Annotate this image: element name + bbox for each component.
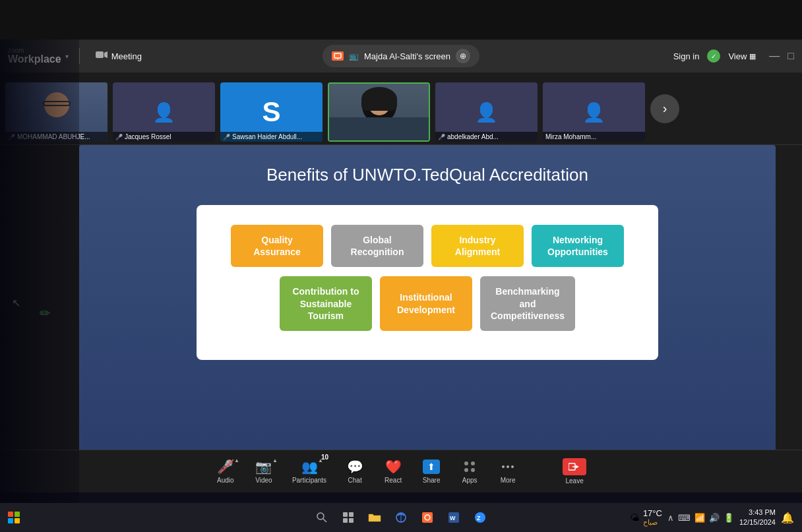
slide-white-box: QualityAssurance GlobalRecognition Indus…	[197, 205, 658, 360]
more-participants-button[interactable]: ›	[650, 94, 679, 123]
meeting-icon	[96, 51, 108, 61]
svg-point-7	[471, 468, 475, 472]
taskbar-right: 🌤 17°C صباح ∧ ⌨ 📶 🔊 🔋 3:43 PM 12/15/2024…	[630, 508, 802, 528]
slide-container: Benefits of UNWTO.TedQual Accreditation …	[79, 145, 776, 486]
battery-icon[interactable]: 🔋	[724, 513, 734, 523]
notification-icon[interactable]: 🔔	[781, 512, 794, 524]
taskbar-search-icon[interactable]	[310, 506, 334, 529]
svg-point-9	[507, 465, 509, 468]
tray-expand-icon[interactable]: ∧	[667, 513, 674, 523]
participant-name-bar: 🎤 abdelkader Abd...	[435, 132, 538, 142]
share-button[interactable]: ⬆ Share	[421, 459, 441, 484]
minimize-button[interactable]: —	[769, 50, 780, 62]
taskbar-word-icon[interactable]: W	[442, 506, 466, 529]
participant-video-jacques: 👤 🎤 Jacques Rossel	[113, 82, 215, 142]
taskbar-center: W Z	[310, 506, 492, 529]
benefit-networking: NetworkingOpportunities	[532, 225, 624, 267]
svg-marker-1	[104, 51, 108, 58]
benefit-industry-alignment: IndustryAlignment	[431, 225, 524, 267]
volume-icon[interactable]: 🔊	[709, 513, 720, 523]
mute-line	[220, 459, 234, 473]
clock[interactable]: 3:43 PM 12/15/2024	[739, 508, 776, 528]
zoom-top-bar: zoom Workplace ▾ Meeting 📺 Majda Al-Salt…	[0, 40, 802, 73]
participant-mirza[interactable]: 👤 Mirza Mohamm...	[543, 73, 645, 144]
svg-point-10	[511, 465, 514, 468]
participant-name: Jacques Rossel	[125, 133, 171, 140]
participant-name-bar: Mirza Mohamm...	[543, 132, 645, 142]
video-icon: 📷 ▲	[254, 459, 274, 475]
meeting-button[interactable]: Meeting	[90, 49, 147, 64]
svg-rect-0	[96, 51, 104, 58]
chat-label: Chat	[348, 477, 362, 484]
apps-button[interactable]: Apps	[460, 459, 479, 484]
participants-icon: 👥 10 ▲	[299, 459, 319, 475]
participant-jacques[interactable]: 👤 🎤 Jacques Rossel	[113, 73, 215, 144]
participant-sawsan[interactable]: S 🎤 Sawsan Haider Abdull...	[220, 73, 323, 144]
taskbar-zoom-icon[interactable]: Z	[468, 506, 492, 529]
benefit-benchmarking: BenchmarkingandCompetitiveness	[480, 276, 575, 331]
benefits-row-2: Contribution toSustainableTourism Instit…	[216, 276, 638, 331]
view-button[interactable]: View ▦	[728, 51, 756, 61]
more-button[interactable]: More	[498, 459, 518, 484]
chat-button[interactable]: 💬 Chat	[345, 459, 365, 484]
svg-rect-15	[343, 512, 348, 517]
share-label: Share	[423, 477, 441, 484]
system-tray: ∧ ⌨ 📶 🔊 🔋	[667, 513, 734, 523]
participant-name: Mirza Mohamm...	[545, 133, 596, 140]
wifi-icon[interactable]: 📶	[694, 513, 705, 523]
taskbar-explorer-icon[interactable]	[363, 506, 386, 529]
date-display: 12/15/2024	[739, 517, 776, 527]
svg-rect-2	[334, 53, 341, 58]
bottom-toolbar: 🎤 ▲ Audio 📷 ▲ Video 👥 10 ▲ Participants	[0, 450, 802, 492]
screen-share-indicator: 📺 Majda Al-Salti's screen ⊕	[323, 45, 479, 67]
participant-name: Sawsan Haider Abdull...	[232, 133, 302, 140]
audio-caret-icon[interactable]: ▲	[234, 458, 239, 463]
audio-icon: 🎤 ▲	[216, 459, 235, 475]
video-caret-icon[interactable]: ▲	[272, 458, 278, 463]
audio-button[interactable]: 🎤 ▲ Audio	[216, 459, 235, 484]
svg-rect-20	[422, 512, 433, 523]
participants-label: Participants	[292, 477, 326, 484]
security-shield-icon[interactable]: ✓	[707, 49, 720, 63]
maximize-button[interactable]: □	[787, 50, 794, 62]
taskbar-task-view-icon[interactable]	[336, 506, 360, 529]
participant-majda[interactable]: Majda Al-Salti	[328, 73, 430, 144]
svg-rect-17	[343, 518, 348, 523]
react-button[interactable]: ❤️ React	[383, 459, 403, 484]
participant-video-sawsan: S 🎤 Sawsan Haider Abdull...	[220, 82, 323, 142]
screen-share-more-button[interactable]: ⊕	[456, 49, 470, 63]
taskbar-paint-icon[interactable]	[416, 506, 439, 529]
react-icon: ❤️	[383, 459, 403, 475]
participant-abdelkader[interactable]: 👤 🎤 abdelkader Abd...	[435, 73, 538, 144]
leave-icon	[563, 458, 586, 475]
apps-icon	[460, 459, 479, 475]
svg-rect-16	[349, 512, 354, 517]
card-label: NetworkingOpportunities	[547, 234, 608, 258]
windows-logo-icon[interactable]	[8, 512, 20, 523]
keyboard-icon: ⌨	[678, 513, 691, 523]
mute-icon: 🎤	[115, 134, 123, 140]
participants-button[interactable]: 👥 10 ▲ Participants	[292, 459, 326, 484]
benefits-row-1: QualityAssurance GlobalRecognition Indus…	[216, 225, 638, 267]
share-icon: ⬆	[421, 459, 441, 475]
svg-point-8	[502, 465, 505, 468]
zoom-app: zoom Workplace ▾ Meeting 📺 Majda Al-Salt…	[0, 40, 802, 492]
audio-label: Audio	[217, 477, 234, 484]
card-label: InstitutionalDevelopment	[397, 291, 455, 315]
slide-title: Benefits of UNWTO.TedQual Accreditation	[266, 165, 588, 185]
meeting-label: Meeting	[111, 51, 142, 61]
participants-bar: 🎤 MOHAMMAD ABUHJE... 👤 🎤 Jacques Rossel	[0, 73, 802, 145]
screen-share-area: Benefits of UNWTO.TedQual Accreditation …	[79, 145, 776, 486]
taskbar-start	[0, 512, 28, 523]
participants-caret-icon[interactable]: ▲	[318, 458, 323, 463]
participant-name-bar: 🎤 Jacques Rossel	[113, 132, 215, 142]
svg-point-6	[464, 468, 468, 472]
weather-widget[interactable]: 🌤 17°C صباح	[630, 508, 662, 527]
participant-name-bar: 🎤 Sawsan Haider Abdull...	[220, 132, 323, 142]
video-button[interactable]: 📷 ▲ Video	[254, 459, 274, 484]
leave-button[interactable]: Leave	[563, 458, 586, 485]
svg-text:W: W	[450, 515, 456, 521]
card-label: BenchmarkingandCompetitiveness	[491, 285, 565, 322]
taskbar-browser-icon[interactable]	[389, 506, 413, 529]
sign-in-button[interactable]: Sign in	[673, 51, 700, 61]
